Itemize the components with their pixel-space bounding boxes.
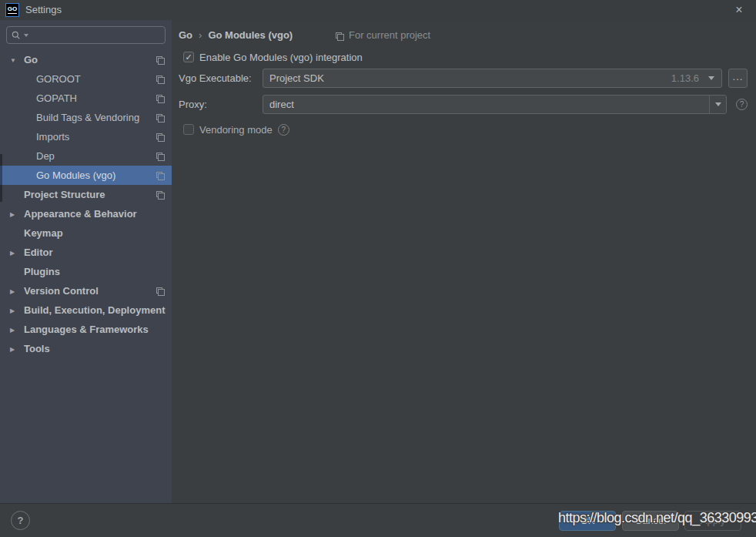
sidebar-item-project-structure[interactable]: Project Structure xyxy=(0,185,172,204)
per-project-settings-icon xyxy=(335,32,344,41)
close-icon[interactable]: × xyxy=(731,0,747,20)
sidebar-item-editor[interactable]: ▶Editor xyxy=(0,243,172,262)
per-project-settings-icon xyxy=(156,133,165,142)
sidebar-item-go[interactable]: ▼Go xyxy=(0,50,172,69)
sidebar-scrollbar[interactable] xyxy=(0,154,2,202)
enable-go-modules-row: ✓ Enable Go Modules (vgo) integration xyxy=(183,51,363,63)
sidebar-item-tools[interactable]: ▶Tools xyxy=(0,339,172,358)
settings-sidebar: ▼GoGOROOTGOPATHBuild Tags & VendoringImp… xyxy=(0,20,172,503)
vendoring-mode-row: Vendoring mode ? xyxy=(183,123,289,136)
sidebar-item-label: Project Structure xyxy=(24,189,105,200)
vgo-executable-value: Project SDK xyxy=(263,72,671,84)
sidebar-item-appearance-behavior[interactable]: ▶Appearance & Behavior xyxy=(0,204,172,223)
enable-go-modules-checkbox[interactable]: ✓ xyxy=(183,52,194,62)
per-project-settings-icon xyxy=(156,287,165,296)
sidebar-item-languages-frameworks[interactable]: ▶Languages & Frameworks xyxy=(0,320,172,339)
sdk-version: 1.13.6 xyxy=(671,72,699,84)
per-project-settings-icon xyxy=(156,152,165,161)
chevron-right-icon[interactable]: ▶ xyxy=(10,326,15,333)
per-project-settings-icon xyxy=(156,55,165,65)
vendoring-help-icon[interactable]: ? xyxy=(278,124,289,136)
breadcrumb-go[interactable]: Go xyxy=(179,29,192,41)
sidebar-item-goroot[interactable]: GOROOT xyxy=(0,69,172,89)
settings-content-panel: Go › Go Modules (vgo) For current projec… xyxy=(172,20,756,503)
breadcrumb-separator-icon: › xyxy=(199,29,202,41)
sidebar-item-version-control[interactable]: ▶Version Control xyxy=(0,281,172,300)
browse-button[interactable]: ... xyxy=(728,69,748,88)
sidebar-item-label: Keymap xyxy=(24,227,63,239)
vgo-executable-label: Vgo Executable: xyxy=(179,69,252,88)
goland-logo-icon: GO xyxy=(5,3,19,17)
sidebar-item-dep[interactable]: Dep xyxy=(0,146,172,166)
window-title: Settings xyxy=(25,0,62,20)
proxy-dropdown-button[interactable] xyxy=(709,96,726,113)
chevron-right-icon[interactable]: ▶ xyxy=(10,307,15,314)
chevron-down-icon[interactable] xyxy=(708,76,714,80)
sidebar-item-label: Version Control xyxy=(24,285,99,297)
sidebar-item-label: Plugins xyxy=(24,266,60,277)
search-icon xyxy=(12,31,21,40)
sidebar-item-label: Languages & Frameworks xyxy=(24,324,149,335)
chevron-right-icon[interactable]: ▶ xyxy=(10,287,15,294)
sidebar-item-imports[interactable]: Imports xyxy=(0,127,172,146)
watermark-text: https://blog.csdn.net/qq_36330993 xyxy=(558,510,756,526)
sidebar-item-label: GOROOT xyxy=(36,73,81,85)
per-project-settings-icon xyxy=(156,75,165,84)
breadcrumb: Go › Go Modules (vgo) xyxy=(179,28,293,42)
sidebar-item-label: Tools xyxy=(24,343,50,354)
sidebar-item-build-tags-vendoring[interactable]: Build Tags & Vendoring xyxy=(0,108,172,127)
chevron-right-icon[interactable]: ▶ xyxy=(10,249,15,256)
scope-indicator: For current project xyxy=(335,29,430,41)
chevron-right-icon[interactable]: ▶ xyxy=(10,210,15,217)
per-project-settings-icon xyxy=(156,190,165,200)
sidebar-item-label: Imports xyxy=(36,131,69,143)
settings-search-input[interactable] xyxy=(28,30,165,41)
sidebar-item-build-execution-deployment[interactable]: ▶Build, Execution, Deployment xyxy=(0,300,172,320)
sidebar-item-keymap[interactable]: Keymap xyxy=(0,223,172,243)
sidebar-item-label: Build, Execution, Deployment xyxy=(24,304,165,316)
settings-search-box[interactable] xyxy=(6,26,166,44)
breadcrumb-go-modules: Go Modules (vgo) xyxy=(208,29,293,41)
sidebar-item-label: Build Tags & Vendoring xyxy=(36,112,139,123)
sidebar-item-plugins[interactable]: Plugins xyxy=(0,262,172,281)
sidebar-item-label: Go xyxy=(24,54,38,65)
sidebar-item-label: Dep xyxy=(36,150,55,162)
scope-label: For current project xyxy=(349,29,430,41)
proxy-help-icon[interactable]: ? xyxy=(736,99,748,110)
sidebar-item-label: Appearance & Behavior xyxy=(24,208,137,220)
chevron-down-icon[interactable]: ▼ xyxy=(10,56,16,63)
proxy-label: Proxy: xyxy=(179,95,207,114)
vendoring-mode-checkbox[interactable] xyxy=(183,124,194,135)
help-button[interactable]: ? xyxy=(11,511,30,530)
vendoring-mode-label: Vendoring mode xyxy=(199,124,273,136)
sidebar-item-label: Editor xyxy=(24,247,53,258)
vgo-executable-select[interactable]: Project SDK 1.13.6 xyxy=(263,69,722,88)
per-project-settings-icon xyxy=(156,113,165,123)
check-icon: ✓ xyxy=(185,53,192,62)
sidebar-item-label: GOPATH xyxy=(36,92,77,104)
enable-go-modules-label: Enable Go Modules (vgo) integration xyxy=(199,52,363,63)
sidebar-item-label: Go Modules (vgo) xyxy=(36,169,115,181)
sidebar-item-go-modules-vgo[interactable]: Go Modules (vgo) xyxy=(0,166,172,185)
sidebar-item-gopath[interactable]: GOPATH xyxy=(0,89,172,108)
window-titlebar: GO Settings × xyxy=(0,0,756,20)
chevron-right-icon[interactable]: ▶ xyxy=(10,345,15,352)
settings-tree: ▼GoGOROOTGOPATHBuild Tags & VendoringImp… xyxy=(0,50,172,358)
per-project-settings-icon xyxy=(156,171,165,180)
chevron-down-icon xyxy=(715,102,721,106)
per-project-settings-icon xyxy=(156,94,165,103)
proxy-value: direct xyxy=(263,99,709,110)
proxy-combobox[interactable]: direct xyxy=(263,95,727,114)
